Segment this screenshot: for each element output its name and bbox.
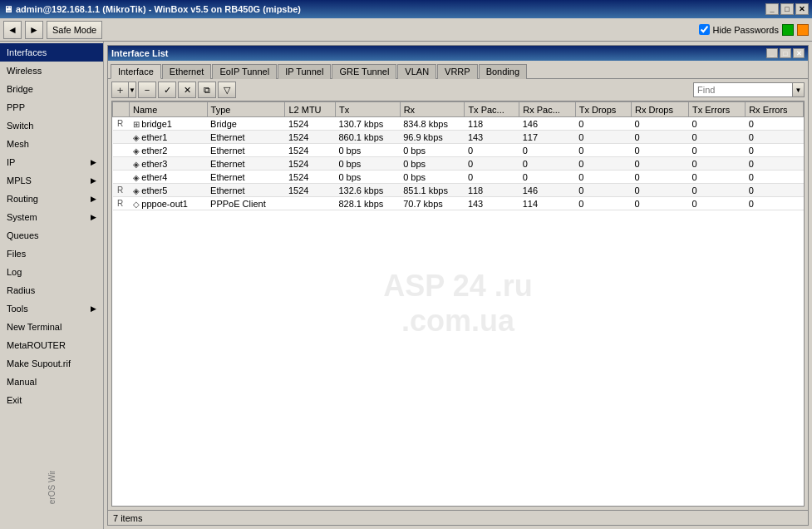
back-button[interactable]: ◄ bbox=[3, 21, 22, 39]
tab-ip-tunnel[interactable]: IP Tunnel bbox=[278, 64, 331, 79]
connection-status-green bbox=[782, 24, 794, 36]
arrow-icon: ▶ bbox=[91, 304, 96, 313]
row-rx: 96.9 kbps bbox=[400, 131, 465, 144]
arrow-icon: ▶ bbox=[91, 176, 96, 185]
tab-eoip-tunnel[interactable]: EoIP Tunnel bbox=[212, 64, 277, 79]
table-row[interactable]: R⊞ bridge1Bridge1524130.7 kbps834.8 kbps… bbox=[113, 117, 804, 131]
col-header-l2mtu[interactable]: L2 MTU bbox=[285, 102, 336, 117]
close-button[interactable]: ✕ bbox=[795, 3, 809, 15]
search-input[interactable] bbox=[693, 82, 793, 97]
row-tx: 0 bps bbox=[335, 144, 400, 157]
row-rxpac: 114 bbox=[519, 197, 575, 210]
sidebar-item-wireless[interactable]: Wireless bbox=[0, 62, 103, 80]
maximize-button[interactable]: □ bbox=[780, 3, 794, 15]
row-rxpac: 146 bbox=[519, 117, 575, 131]
forward-button[interactable]: ► bbox=[25, 21, 43, 39]
row-l2mtu: 1524 bbox=[285, 144, 336, 157]
col-header-flag[interactable] bbox=[113, 102, 130, 117]
arrow-icon: ▶ bbox=[91, 195, 96, 203]
row-rxerrors: 0 bbox=[746, 171, 804, 184]
add-button[interactable]: + bbox=[111, 82, 128, 98]
row-txdrops: 0 bbox=[575, 197, 631, 210]
sidebar-item-bridge[interactable]: Bridge bbox=[0, 80, 103, 98]
enable-button[interactable]: ✓ bbox=[158, 82, 176, 98]
table-row[interactable]: R◈ ether5Ethernet1524132.6 kbps851.1 kbp… bbox=[113, 184, 804, 197]
row-txpac: 0 bbox=[465, 157, 519, 171]
title-bar: 🖥 admin@192.168.1.1 (MikroTik) - WinBox … bbox=[0, 0, 812, 18]
row-rxdrops: 0 bbox=[632, 131, 689, 144]
row-rxerrors: 0 bbox=[746, 131, 804, 144]
sidebar-item-log[interactable]: Log bbox=[0, 263, 103, 281]
table-row[interactable]: ◈ ether1Ethernet1524860.1 kbps96.9 kbps1… bbox=[113, 131, 804, 144]
col-header-txerrors[interactable]: Tx Errors bbox=[689, 102, 746, 117]
row-l2mtu: 1524 bbox=[285, 157, 336, 171]
add-dropdown-button[interactable]: ▼ bbox=[128, 82, 136, 98]
row-rxdrops: 0 bbox=[632, 184, 689, 197]
tab-ethernet[interactable]: Ethernet bbox=[162, 64, 212, 79]
sidebar-item-mesh[interactable]: Mesh bbox=[0, 135, 103, 153]
row-txpac: 0 bbox=[465, 171, 519, 184]
sidebar-item-new-terminal[interactable]: New Terminal bbox=[0, 318, 103, 336]
row-txdrops: 0 bbox=[575, 131, 631, 144]
sidebar-item-exit[interactable]: Exit bbox=[0, 391, 103, 409]
table-row[interactable]: ◈ ether4Ethernet15240 bps0 bps000000 bbox=[113, 171, 804, 184]
sidebar-item-mpls[interactable]: MPLS ▶ bbox=[0, 171, 103, 190]
sidebar-item-interfaces[interactable]: Interfaces bbox=[0, 43, 103, 62]
col-header-txdrops[interactable]: Tx Drops bbox=[575, 102, 631, 117]
sidebar-item-ip[interactable]: IP ▶ bbox=[0, 153, 103, 171]
tab-interface[interactable]: Interface bbox=[111, 64, 161, 79]
sidebar-item-files[interactable]: Files bbox=[0, 245, 103, 263]
disable-button[interactable]: ✕ bbox=[178, 82, 196, 98]
row-txdrops: 0 bbox=[575, 157, 631, 171]
col-header-rxpac[interactable]: Rx Pac... bbox=[519, 102, 575, 117]
row-txerrors: 0 bbox=[689, 184, 746, 197]
window-close-button[interactable]: ✕ bbox=[793, 48, 805, 58]
sidebar-item-tools[interactable]: Tools ▶ bbox=[0, 299, 103, 318]
sidebar-item-ppp[interactable]: PPP bbox=[0, 98, 103, 116]
tab-vlan[interactable]: VLAN bbox=[397, 64, 436, 79]
window-maximize-button[interactable]: □ bbox=[780, 48, 791, 58]
window-minimize-button[interactable]: _ bbox=[766, 48, 778, 58]
row-rxdrops: 0 bbox=[632, 144, 689, 157]
arrow-icon: ▶ bbox=[91, 213, 96, 221]
col-header-rx[interactable]: Rx bbox=[400, 102, 465, 117]
sidebar-item-switch[interactable]: Switch bbox=[0, 116, 103, 135]
sidebar-item-system[interactable]: System ▶ bbox=[0, 208, 103, 226]
col-header-name[interactable]: Name bbox=[130, 102, 208, 117]
search-section: ▼ bbox=[693, 82, 805, 97]
sidebar-item-radius[interactable]: Radius bbox=[0, 281, 103, 299]
sidebar-item-make-supout[interactable]: Make Supout.rif bbox=[0, 354, 103, 373]
search-expand-button[interactable]: ▼ bbox=[793, 82, 805, 97]
sidebar-item-manual[interactable]: Manual bbox=[0, 373, 103, 391]
sidebar-item-routing[interactable]: Routing ▶ bbox=[0, 190, 103, 208]
row-txpac: 118 bbox=[465, 117, 519, 131]
col-header-tx[interactable]: Tx bbox=[335, 102, 400, 117]
col-header-rxerrors[interactable]: Rx Errors bbox=[746, 102, 804, 117]
col-header-type[interactable]: Type bbox=[207, 102, 285, 117]
tab-gre-tunnel[interactable]: GRE Tunnel bbox=[332, 64, 396, 79]
table-row[interactable]: ◈ ether3Ethernet15240 bps0 bps000000 bbox=[113, 157, 804, 171]
col-header-txpac[interactable]: Tx Pac... bbox=[465, 102, 519, 117]
row-txdrops: 0 bbox=[575, 171, 631, 184]
col-header-rxdrops[interactable]: Rx Drops bbox=[632, 102, 689, 117]
table-row[interactable]: R◇ pppoe-out1PPPoE Client828.1 kbps70.7 … bbox=[113, 197, 804, 210]
sidebar: Interfaces Wireless Bridge PPP Switch Me… bbox=[0, 42, 104, 529]
table-row[interactable]: ◈ ether2Ethernet15240 bps0 bps000000 bbox=[113, 144, 804, 157]
filter-button[interactable]: ▽ bbox=[218, 82, 236, 98]
row-l2mtu: 1524 bbox=[285, 184, 336, 197]
tab-vrrp[interactable]: VRRP bbox=[437, 64, 478, 79]
row-tx: 130.7 kbps bbox=[335, 117, 400, 131]
tab-bonding[interactable]: Bonding bbox=[479, 64, 527, 79]
remove-button[interactable]: − bbox=[138, 82, 156, 98]
sidebar-item-queues[interactable]: Queues bbox=[0, 226, 103, 245]
row-tx: 860.1 kbps bbox=[335, 131, 400, 144]
minimize-button[interactable]: _ bbox=[765, 3, 779, 15]
safe-mode-button[interactable]: Safe Mode bbox=[47, 21, 102, 39]
row-txerrors: 0 bbox=[689, 131, 746, 144]
row-rxerrors: 0 bbox=[746, 117, 804, 131]
hide-passwords-checkbox[interactable] bbox=[699, 24, 710, 35]
sidebar-item-metarouter[interactable]: MetaROUTER bbox=[0, 336, 103, 354]
copy-button[interactable]: ⧉ bbox=[198, 82, 216, 98]
row-rx: 70.7 kbps bbox=[400, 197, 465, 210]
row-type: Ethernet bbox=[207, 131, 285, 144]
